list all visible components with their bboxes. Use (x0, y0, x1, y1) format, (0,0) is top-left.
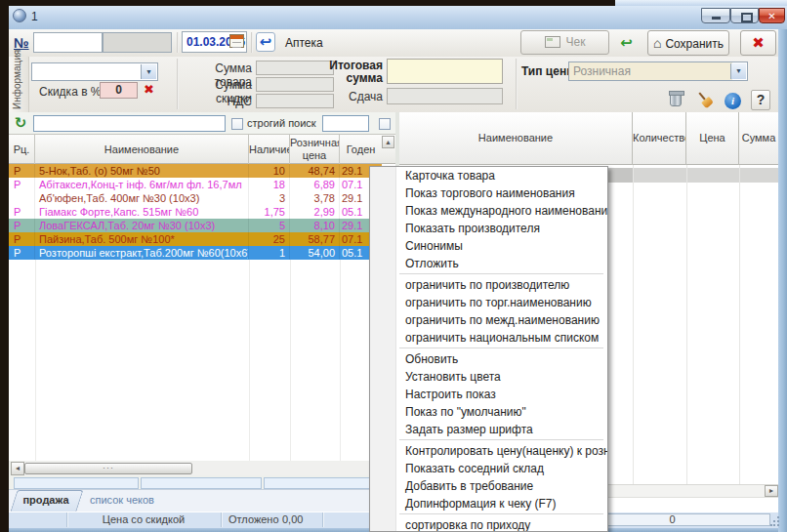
cell-mark: Р (9, 205, 35, 219)
help-button[interactable]: ? (751, 90, 770, 110)
minimize-button[interactable] (701, 8, 730, 23)
info-icon[interactable]: i (725, 93, 741, 109)
menu-item-label: Отложить (405, 257, 459, 270)
app-icon (13, 9, 26, 22)
menu-item[interactable]: Показать производителя (396, 220, 607, 237)
menu-item[interactable]: Допинформация к чеку (F7) (396, 495, 607, 512)
menu-separator (399, 439, 603, 440)
column-header-quantity[interactable]: Количество (633, 112, 686, 165)
trash-icon[interactable] (670, 93, 682, 106)
horizontal-scrollbar[interactable]: ◂ ··· ▸ (11, 462, 394, 475)
receipt-number-label: № (14, 35, 29, 51)
footer-filter-cell[interactable] (141, 477, 262, 489)
scroll-left-button[interactable]: ◂ (11, 462, 24, 475)
cell-price: 3,78 (290, 191, 340, 205)
information-side-tab[interactable]: Информация (9, 57, 29, 112)
maximize-button[interactable] (730, 8, 759, 23)
menu-item[interactable]: ограничить по производителю (396, 276, 607, 294)
menu-item-label: ограничить по межд.наименованию (405, 313, 600, 327)
status-price-with-discount: Цена со скидкой (66, 513, 221, 525)
menu-item[interactable]: Контролировать цену(наценку) к рознице (396, 442, 607, 460)
strict-search-checkbox[interactable] (231, 118, 243, 130)
column-header-sum[interactable]: Сумма (739, 112, 778, 165)
context-menu: Карточка товараПоказ торгового наименова… (369, 166, 608, 532)
chevron-down-icon[interactable]: ▼ (141, 64, 156, 79)
menu-item[interactable]: Задать размер шрифта (396, 421, 607, 438)
menu-item[interactable]: Обновить (396, 350, 607, 368)
status-deferred-label: Отложено (228, 513, 279, 525)
menu-item[interactable]: ограничить по торг.наименованию (396, 294, 607, 311)
cell-name: Абітаксел,Конц-т інф. 6мг/мл фл. 16,7мл (35, 178, 249, 191)
return-arrow-icon[interactable]: ↩ (256, 32, 275, 52)
column-header-stock[interactable]: Наличие (249, 135, 290, 165)
chevron-down-icon: ▼ (730, 63, 746, 79)
close-window-button[interactable]: ✕ (759, 8, 785, 23)
menu-item[interactable]: Показ торгового наименования (396, 184, 607, 202)
menu-item[interactable]: Показ международного наименования (396, 202, 607, 220)
scroll-up-button[interactable]: ▲ (382, 136, 394, 148)
check-button[interactable]: Чек (520, 30, 609, 55)
menu-item[interactable]: Карточка товара (396, 167, 607, 184)
menu-item[interactable]: Отложить (396, 255, 607, 272)
secondary-checkbox[interactable] (379, 118, 391, 130)
window-frame-right (778, 29, 787, 532)
table-row[interactable]: РГіамакс Форте,Капс. 515мг №601,752,9905… (9, 205, 382, 219)
menu-item[interactable]: Настроить показ (396, 386, 607, 403)
menu-item[interactable]: Показать соседний склад (396, 460, 607, 477)
table-row[interactable]: РЛоваГЕКСАЛ,Таб. 20мг №30 (10х3)58,1029.… (9, 219, 382, 232)
column-header-mark[interactable]: Рц. (9, 135, 35, 165)
column-header-valid[interactable]: Годен (340, 135, 382, 165)
pharmacy-label: Аптека (285, 36, 323, 50)
cell-name: 5-Нок,Таб. (о) 50мг №50 (35, 164, 249, 178)
discount-input[interactable]: 0 (100, 82, 138, 99)
tab-sale[interactable]: продажа (14, 490, 78, 511)
scroll-right-button[interactable]: ▸ (765, 485, 778, 497)
calendar-icon[interactable] (229, 34, 244, 48)
minimize-icon (712, 17, 721, 20)
menu-item[interactable]: Установить цвета (396, 368, 607, 386)
footer-filter-cell[interactable] (14, 477, 139, 489)
cancel-button[interactable]: ✖ (740, 30, 776, 56)
table-row[interactable]: Р5-Нок,Таб. (о) 50мг №501048,7429.1 (9, 164, 382, 178)
secondary-search-input[interactable] (322, 115, 369, 132)
table-row[interactable]: РАбітаксел,Конц-т інф. 6мг/мл фл. 16,7мл… (9, 178, 382, 191)
footer-filter-cell[interactable] (264, 477, 383, 489)
menu-item[interactable]: ограничить национальным списком (396, 329, 607, 347)
menu-item-label: Показ международного наименования (405, 204, 607, 218)
change-field[interactable] (387, 88, 503, 104)
table-row[interactable]: Аб'юфен,Таб. 400мг №30 (10х3)33,7829.1 (9, 191, 382, 205)
price-type-combobox[interactable]: Розничная (568, 61, 748, 81)
table-row[interactable]: РПайзина,Таб. 500мг №100*2558,7707.1 (9, 232, 382, 246)
total-sum-field[interactable] (387, 59, 503, 84)
menu-item[interactable]: Показ по "умолчанию" (396, 403, 607, 421)
table-row[interactable]: РРозторопші екстракт,Таб.200мг №60(10х6)… (9, 246, 382, 260)
resize-grip[interactable] (770, 516, 779, 525)
cell-price: 8,10 (290, 219, 340, 232)
discount-label: Скидка в % (39, 85, 102, 99)
column-header-name[interactable]: Наименование (35, 135, 249, 165)
price-type-dropdown-button[interactable]: ▼ (732, 61, 748, 81)
menu-item[interactable]: Синонимы (396, 237, 607, 255)
menu-item-label: Показ по "умолчанию" (405, 405, 526, 419)
cell-qty: 1 (249, 246, 290, 260)
search-input[interactable] (33, 115, 226, 132)
cell-price: 54,00 (290, 246, 340, 260)
receipt-number-input[interactable] (33, 32, 103, 53)
maximize-icon (741, 13, 753, 22)
menu-item-label: ограничить национальным списком (405, 331, 599, 345)
column-header-price[interactable]: Цена (686, 112, 739, 165)
tab-check-list[interactable]: список чеков (90, 494, 154, 506)
menu-item[interactable]: ограничить по межд.наименованию (396, 311, 607, 329)
clear-discount-icon[interactable]: ✖ (144, 82, 159, 98)
column-header-name[interactable]: Наименование (399, 112, 633, 165)
refresh-icon[interactable]: ↻ (12, 114, 29, 132)
scrollbar-thumb[interactable]: ··· (24, 463, 192, 474)
menu-item[interactable]: Добавить в требование (396, 477, 607, 495)
save-button[interactable]: ⌂Сохранить (647, 30, 729, 56)
undo-arrow-icon[interactable]: ↩ (618, 35, 635, 52)
column-header-retail-price[interactable]: Розничная цена (290, 135, 340, 165)
goods-table-rows: Р5-Нок,Таб. (о) 50мг №501048,7429.1РАбіт… (9, 164, 382, 260)
client-combobox[interactable]: ▼ (31, 62, 158, 81)
menu-item[interactable]: сортировка по приходу (396, 516, 607, 532)
cell-qty: 1,75 (249, 205, 290, 219)
